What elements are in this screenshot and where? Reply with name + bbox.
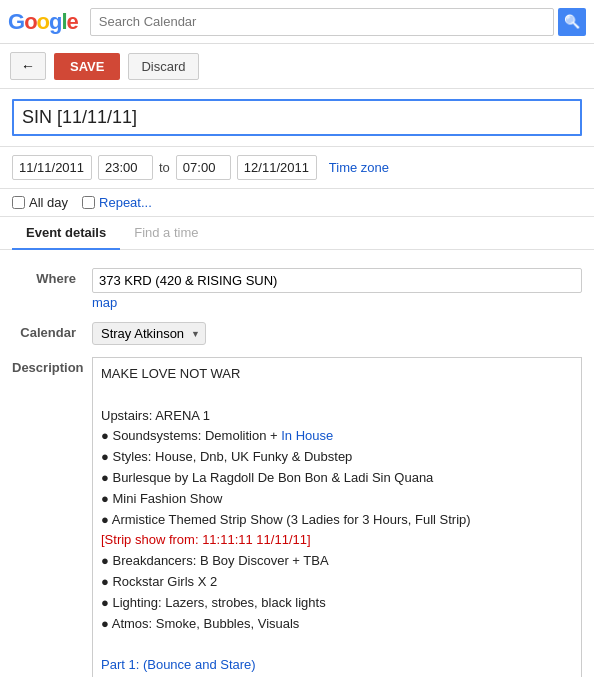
where-row: Where map bbox=[0, 262, 594, 316]
repeat-checkbox[interactable] bbox=[82, 196, 95, 209]
end-date-input[interactable] bbox=[237, 155, 317, 180]
allday-checkbox[interactable] bbox=[12, 196, 25, 209]
search-input[interactable] bbox=[90, 8, 554, 36]
toolbar: ← SAVE Discard bbox=[0, 44, 594, 89]
datetime-row: to Time zone bbox=[0, 147, 594, 189]
allday-label: All day bbox=[29, 195, 68, 210]
to-label: to bbox=[159, 160, 170, 175]
details-section: Where map Calendar Stray Atkinson Descri… bbox=[0, 250, 594, 677]
discard-button[interactable]: Discard bbox=[128, 53, 198, 80]
repeat-link[interactable]: Repeat... bbox=[99, 195, 152, 210]
timezone-link[interactable]: Time zone bbox=[329, 160, 389, 175]
tab-find-time[interactable]: Find a time bbox=[120, 217, 212, 250]
start-time-input[interactable] bbox=[98, 155, 153, 180]
calendar-select[interactable]: Stray Atkinson bbox=[92, 322, 206, 345]
save-button[interactable]: SAVE bbox=[54, 53, 120, 80]
tabs-row: Event details Find a time bbox=[0, 217, 594, 250]
header: Google bbox=[0, 0, 594, 44]
start-date-input[interactable] bbox=[12, 155, 92, 180]
where-value: map bbox=[92, 268, 582, 310]
where-input[interactable] bbox=[92, 268, 582, 293]
description-label: Description bbox=[12, 357, 92, 375]
calendar-value: Stray Atkinson bbox=[92, 322, 582, 345]
event-title-input[interactable] bbox=[12, 99, 582, 136]
description-value: MAKE LOVE NOT WARUpstairs: ARENA 1● Soun… bbox=[92, 357, 582, 677]
options-row: All day Repeat... bbox=[0, 189, 594, 217]
calendar-label: Calendar bbox=[12, 322, 92, 340]
description-row: Description MAKE LOVE NOT WARUpstairs: A… bbox=[0, 351, 594, 677]
google-logo: Google bbox=[8, 9, 78, 35]
allday-checkbox-label[interactable]: All day bbox=[12, 195, 68, 210]
back-button[interactable]: ← bbox=[10, 52, 46, 80]
search-button[interactable] bbox=[558, 8, 586, 36]
description-display: MAKE LOVE NOT WARUpstairs: ARENA 1● Soun… bbox=[92, 357, 582, 677]
map-link[interactable]: map bbox=[92, 295, 582, 310]
where-label: Where bbox=[12, 268, 92, 286]
title-section bbox=[0, 89, 594, 147]
end-time-input[interactable] bbox=[176, 155, 231, 180]
calendar-select-wrapper: Stray Atkinson bbox=[92, 322, 206, 345]
repeat-checkbox-label[interactable]: Repeat... bbox=[82, 195, 152, 210]
tab-event-details[interactable]: Event details bbox=[12, 217, 120, 250]
calendar-row: Calendar Stray Atkinson bbox=[0, 316, 594, 351]
